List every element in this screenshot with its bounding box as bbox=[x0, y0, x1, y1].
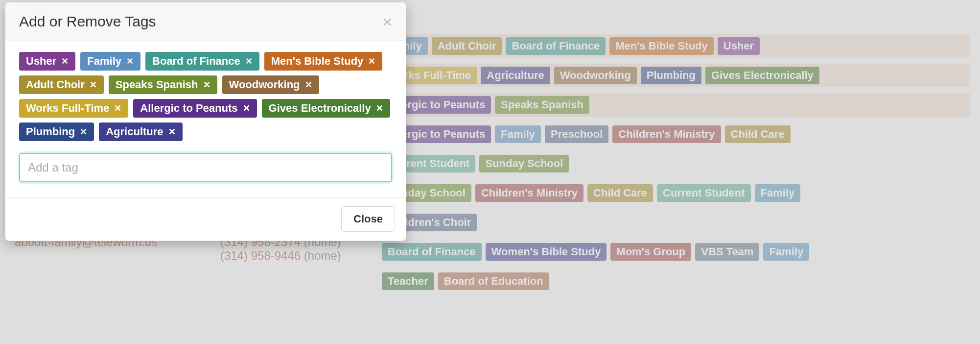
add-tag-input[interactable] bbox=[19, 153, 392, 182]
tag-chip[interactable]: Woodworking✕ bbox=[222, 75, 319, 94]
modal-footer: Close bbox=[5, 197, 406, 241]
tag-chip[interactable]: Plumbing✕ bbox=[19, 123, 94, 141]
remove-tag-icon[interactable]: ✕ bbox=[376, 103, 383, 114]
tag-label: Allergic to Peanuts bbox=[140, 102, 237, 115]
tag-label: Woodworking bbox=[229, 78, 300, 91]
tags-modal: Add or Remove Tags × Usher✕Family✕Board … bbox=[5, 2, 406, 241]
selected-tag-list: Usher✕Family✕Board of Finance✕Men's Bibl… bbox=[19, 52, 392, 141]
tag-label: Speaks Spanish bbox=[116, 78, 198, 91]
close-button[interactable]: Close bbox=[341, 206, 395, 232]
remove-tag-icon[interactable]: ✕ bbox=[126, 56, 134, 67]
remove-tag-icon[interactable]: ✕ bbox=[305, 79, 312, 90]
tag-label: Works Full-Time bbox=[26, 102, 109, 115]
tag-label: Adult Choir bbox=[26, 78, 85, 91]
tag-label: Plumbing bbox=[26, 125, 75, 138]
remove-tag-icon[interactable]: ✕ bbox=[114, 103, 121, 114]
tag-chip[interactable]: Adult Choir✕ bbox=[19, 75, 104, 94]
remove-tag-icon[interactable]: ✕ bbox=[245, 56, 253, 67]
tag-chip[interactable]: Usher✕ bbox=[19, 52, 75, 71]
modal-header: Add or Remove Tags × bbox=[5, 2, 406, 41]
tag-chip[interactable]: Speaks Spanish✕ bbox=[109, 75, 217, 94]
remove-tag-icon[interactable]: ✕ bbox=[368, 56, 375, 67]
remove-tag-icon[interactable]: ✕ bbox=[243, 103, 250, 114]
tag-chip[interactable]: Allergic to Peanuts✕ bbox=[133, 99, 257, 118]
remove-tag-icon[interactable]: ✕ bbox=[90, 79, 97, 90]
tag-chip[interactable]: Family✕ bbox=[80, 52, 140, 71]
tag-label: Board of Finance bbox=[152, 55, 240, 68]
tag-label: Agriculture bbox=[106, 125, 163, 138]
modal-body: Usher✕Family✕Board of Finance✕Men's Bibl… bbox=[5, 41, 406, 197]
remove-tag-icon[interactable]: ✕ bbox=[80, 126, 87, 137]
modal-title: Add or Remove Tags bbox=[19, 13, 156, 30]
tag-chip[interactable]: Board of Finance✕ bbox=[145, 52, 259, 71]
tag-chip[interactable]: Gives Electronically✕ bbox=[262, 99, 390, 118]
remove-tag-icon[interactable]: ✕ bbox=[61, 56, 69, 67]
close-icon[interactable]: × bbox=[382, 13, 392, 30]
tag-label: Men's Bible Study bbox=[271, 55, 364, 68]
remove-tag-icon[interactable]: ✕ bbox=[203, 79, 210, 90]
tag-chip[interactable]: Agriculture✕ bbox=[99, 123, 182, 141]
tag-chip[interactable]: Men's Bible Study✕ bbox=[264, 52, 383, 71]
tag-label: Gives Electronically bbox=[269, 102, 371, 115]
remove-tag-icon[interactable]: ✕ bbox=[168, 126, 176, 137]
tag-label: Family bbox=[87, 55, 121, 68]
tag-label: Usher bbox=[26, 55, 56, 68]
tag-chip[interactable]: Works Full-Time✕ bbox=[19, 99, 128, 118]
